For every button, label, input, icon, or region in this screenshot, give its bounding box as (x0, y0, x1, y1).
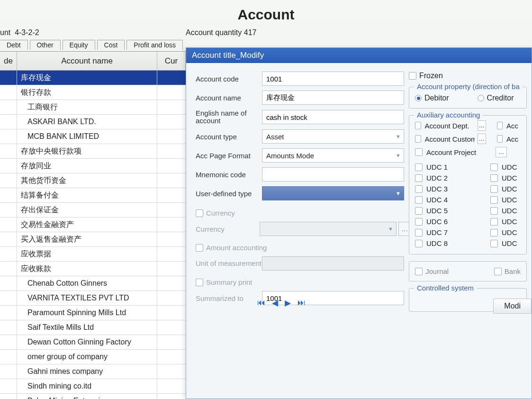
table-row[interactable]: 买入返售金融资产 (0, 232, 186, 247)
udc-checkbox[interactable] (490, 174, 498, 182)
udc-label: UDC 8 (426, 239, 455, 247)
aux-checkbox[interactable] (415, 135, 421, 143)
table-row[interactable]: 应收账款 (0, 262, 186, 276)
table-row[interactable]: 存放中央银行款项 (0, 144, 186, 159)
tab-equity[interactable]: Equity (63, 40, 95, 50)
table-row[interactable]: VARNITA TEXTILES PVT LTD (0, 291, 186, 306)
aux-label: Account Project (426, 148, 493, 156)
aux-label: Account Dept. (425, 122, 475, 130)
aux-label: Account Custome (425, 135, 475, 143)
udc-label: UDC (502, 174, 521, 182)
udc-label: UDC (502, 185, 521, 193)
udc-checkbox[interactable] (490, 185, 498, 193)
label-account-type: Account type (196, 133, 262, 141)
table-row[interactable]: MCB BANK LIMITED (0, 129, 186, 144)
table-row[interactable]: 工商银行 (0, 100, 186, 115)
udc-checkbox[interactable] (415, 185, 423, 193)
table-row[interactable]: 结算备付金 (0, 188, 186, 203)
nav-last-icon[interactable]: ⏭ (298, 298, 306, 308)
aux-checkbox[interactable] (415, 148, 423, 156)
account-name-input[interactable] (262, 91, 404, 105)
frozen-checkbox[interactable]: Frozen (409, 72, 527, 80)
table-row[interactable]: 其他货币资金 (0, 173, 186, 188)
aux-checkbox[interactable] (497, 135, 503, 143)
user-defined-type-select[interactable]: ▼ (262, 186, 404, 200)
currency-checkbox[interactable]: Currency (196, 209, 235, 217)
aux-label: Acc (506, 122, 521, 130)
table-row[interactable]: 存放同业 (0, 159, 186, 173)
table-row[interactable]: 库存现金 (0, 71, 186, 85)
chevron-down-icon: ▼ (396, 190, 401, 196)
udc-checkbox[interactable] (490, 229, 498, 236)
aux-checkbox[interactable] (497, 122, 503, 129)
udc-checkbox[interactable] (415, 174, 423, 182)
nav-prev-icon[interactable]: ◀ (272, 298, 278, 308)
page-title: Account (0, 7, 532, 23)
currency-select: ▼ (260, 222, 397, 236)
table-row[interactable]: ASKARI BANK LTD. (0, 115, 186, 129)
summary-print-checkbox[interactable]: Summary print (196, 278, 252, 286)
debitor-radio[interactable]: Debitor (415, 94, 449, 102)
tab-other[interactable]: Other (30, 40, 61, 50)
table-row[interactable]: Gahni mines company (0, 364, 186, 379)
controlled-system-title: Controlled system (414, 284, 477, 292)
udc-checkbox[interactable] (490, 207, 498, 215)
udc-checkbox[interactable] (415, 196, 423, 204)
aux-lookup-button[interactable]: … (478, 120, 487, 131)
creditor-radio[interactable]: Creditor (478, 94, 514, 102)
modify-button[interactable]: Modi (493, 299, 532, 314)
aux-lookup-button[interactable]: … (496, 147, 507, 157)
bank-checkbox[interactable]: Bank (494, 267, 521, 275)
chevron-down-icon: ▼ (388, 226, 393, 232)
table-row[interactable]: Bolan Mining Enterprises (0, 394, 186, 399)
tab-debt[interactable]: Debt (0, 40, 28, 50)
udc-label: UDC (502, 239, 521, 247)
col-header-currency[interactable]: Cur (157, 52, 186, 70)
udc-checkbox[interactable] (415, 229, 423, 236)
record-nav: ⏮ ◀ ▶ ⏭ (257, 298, 306, 308)
page-format-select[interactable]: Amounts Mode▼ (262, 148, 404, 163)
journal-bank-group: Journal Bank (409, 261, 527, 281)
mnemonic-input[interactable] (262, 167, 404, 181)
nav-first-icon[interactable]: ⏮ (257, 298, 265, 308)
dialog-title: Account title_Modify (186, 48, 532, 63)
table-row[interactable]: omer group of company (0, 350, 186, 364)
tab-profit-and-loss[interactable]: Profit and loss (126, 40, 183, 50)
udc-checkbox[interactable] (490, 196, 498, 204)
tab-cost[interactable]: Cost (97, 40, 125, 50)
nav-next-icon[interactable]: ▶ (285, 298, 291, 308)
udc-checkbox[interactable] (490, 218, 498, 226)
udc-checkbox[interactable] (415, 207, 423, 215)
table-row[interactable]: 应收票据 (0, 247, 186, 262)
label-account-code: Account code (196, 75, 262, 83)
table-row[interactable]: 银行存款 (0, 85, 186, 100)
udc-checkbox[interactable] (490, 240, 498, 247)
udc-checkbox[interactable] (490, 163, 498, 171)
aux-lookup-button[interactable]: … (478, 134, 487, 144)
table-row[interactable]: Dewan Cotton Ginning Factory (0, 335, 186, 350)
amount-accounting-checkbox[interactable]: Amount accounting (196, 244, 267, 252)
udc-checkbox[interactable] (415, 240, 423, 247)
table-row[interactable]: Paramount Spinning Mills Ltd (0, 306, 186, 320)
table-row[interactable]: 存出保证金 (0, 203, 186, 218)
col-header-name[interactable]: Account name (17, 52, 157, 70)
udc-label: UDC (502, 218, 521, 226)
account-type-select[interactable]: Asset▼ (262, 129, 404, 144)
table-row[interactable]: Chenab Cotton Ginners (0, 276, 186, 291)
account-property-group: Account property (direction of ba Debito… (409, 87, 527, 109)
udc-checkbox[interactable] (415, 218, 423, 226)
table-row[interactable]: Saif Textile Mills Ltd (0, 320, 186, 335)
auxiliary-accounting-title: Auxiliary accounting (414, 111, 483, 119)
table-row[interactable]: 交易性金融资产 (0, 218, 186, 232)
chevron-down-icon: ▼ (396, 153, 401, 158)
account-code-input[interactable] (262, 72, 404, 86)
journal-checkbox[interactable]: Journal (415, 267, 449, 275)
english-name-input[interactable] (262, 110, 404, 124)
col-header-code[interactable]: de (0, 52, 17, 70)
udc-checkbox[interactable] (415, 163, 423, 171)
aux-checkbox[interactable] (415, 122, 421, 129)
chevron-down-icon: ▼ (396, 134, 401, 139)
table-row[interactable]: Sindh mining co.itd (0, 379, 186, 394)
label-mnemonic: Mnemonic code (196, 171, 262, 179)
label-unit-of-measurement: Unit of measurement (196, 260, 262, 267)
